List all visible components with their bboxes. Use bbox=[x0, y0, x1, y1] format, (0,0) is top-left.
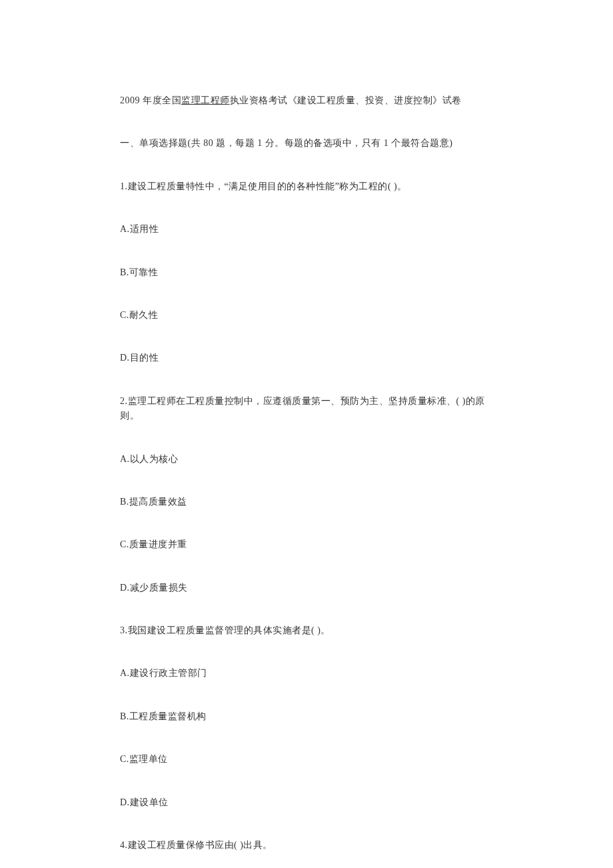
option-a: A.适用性 bbox=[120, 222, 493, 237]
question-text: 1.建设工程质量特性中，“满足使用目的的各种性能”称为工程的( )。 bbox=[120, 179, 493, 194]
question-text: 2.监理工程师在工程质量控制中，应遵循质量第一、预防为主、坚持质量标准、( )的… bbox=[120, 394, 493, 424]
question-text: 3.我国建设工程质量监督管理的具体实施者是( )。 bbox=[120, 623, 493, 638]
option-d: D.减少质量损失 bbox=[120, 581, 493, 595]
question-block-2: 2.监理工程师在工程质量控制中，应遵循质量第一、预防为主、坚持质量标准、( )的… bbox=[120, 394, 493, 595]
question-block-1: 1.建设工程质量特性中，“满足使用目的的各种性能”称为工程的( )。 A.适用性… bbox=[120, 179, 493, 366]
section-heading: 一、单项选择题(共 80 题，每题 1 分。每题的备选项中，只有 1 个最符合题… bbox=[120, 136, 493, 151]
exam-title: 2009 年度全国监理工程师执业资格考试《建设工程质量、投资、进度控制》试卷 bbox=[120, 93, 493, 108]
option-b: B.可靠性 bbox=[120, 265, 493, 280]
option-d: D.目的性 bbox=[120, 351, 493, 365]
option-b: B.提高质量效益 bbox=[120, 495, 493, 509]
title-suffix: 执业资格考试《建设工程质量、投资、进度控制》试卷 bbox=[230, 95, 462, 105]
option-a: A.建设行政主管部门 bbox=[120, 666, 493, 681]
option-a: A.以人为核心 bbox=[120, 452, 493, 467]
title-prefix: 2009 年度全国 bbox=[120, 95, 181, 105]
question-block-3: 3.我国建设工程质量监督管理的具体实施者是( )。 A.建设行政主管部门 B.工… bbox=[120, 623, 493, 810]
option-c: C.质量进度并重 bbox=[120, 537, 493, 552]
title-underlined: 监理工程师 bbox=[181, 95, 230, 105]
question-block-4: 4.建设工程质量保修书应由( )出具。 A.建设单位向建设行政主管部门 B.建设… bbox=[120, 838, 493, 868]
option-c: C.耐久性 bbox=[120, 308, 493, 323]
option-b: B.工程质量监督机构 bbox=[120, 709, 493, 724]
option-c: C.监理单位 bbox=[120, 752, 493, 767]
question-text: 4.建设工程质量保修书应由( )出具。 bbox=[120, 838, 493, 853]
option-d: D.建设单位 bbox=[120, 795, 493, 810]
